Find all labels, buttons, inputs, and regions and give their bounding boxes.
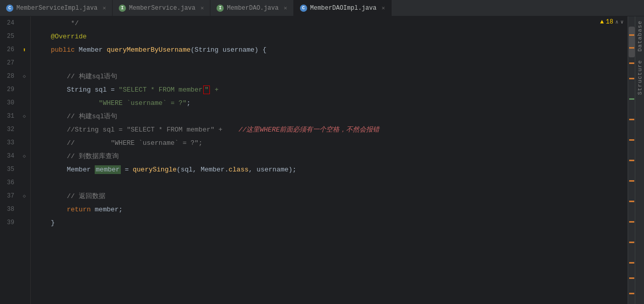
- line-num-38: 38: [0, 206, 18, 213]
- code-string-30: "WHERE `username` = ?": [99, 99, 187, 107]
- gutter-row-33: 33: [0, 136, 30, 149]
- tab-icon-impl-4: C: [300, 5, 307, 12]
- line-num-24: 24: [0, 19, 18, 27]
- fold-31: ◇: [23, 113, 26, 119]
- code-comment-37: // 返回数据: [35, 191, 105, 201]
- fold-37: ◇: [23, 193, 26, 199]
- gutter-row-27: 27: [0, 56, 30, 70]
- mark-bar-15: [629, 293, 634, 294]
- editor-container: ▲ 18 ∧ ∨ 24 25 26 ⬆ 27: [0, 16, 644, 304]
- tab-close-1[interactable]: ✕: [102, 5, 106, 11]
- warning-prev[interactable]: ∧: [615, 19, 618, 25]
- mark-bar-10: [629, 201, 634, 202]
- code-comment-red-32: //这里WHERE前面必须有一个空格，不然会报错: [239, 125, 380, 134]
- code-indent-38: [35, 206, 67, 213]
- gutter-row-38: 38: [0, 203, 30, 216]
- gutter-34: ◇: [18, 153, 30, 159]
- code-line-30: "WHERE `username` = ?" ;: [35, 96, 628, 110]
- code-param-type-26: String: [195, 46, 223, 54]
- tab-memberserviceimpl[interactable]: C MemberServiceImpl.java ✕: [0, 0, 113, 16]
- code-comment-34: // 到数据库查询: [35, 151, 119, 161]
- tab-memberdao[interactable]: I MemberDAO.java ✕: [210, 0, 293, 16]
- code-line-39: }: [35, 216, 628, 229]
- warning-next[interactable]: ∨: [620, 19, 624, 25]
- database-label[interactable]: Database: [637, 20, 643, 52]
- gutter-row-35: 35: [0, 163, 30, 176]
- code-annotation-25: @Override: [35, 33, 87, 40]
- code-line-32: //String sql = "SELECT * FROM member" + …: [35, 123, 628, 136]
- mark-bar-7: [629, 139, 634, 141]
- line-num-31: 31: [0, 113, 18, 120]
- code-area[interactable]: */ @Override public Member queryMemberBy…: [31, 16, 628, 304]
- tab-label-1: MemberServiceImpl.java: [16, 5, 97, 12]
- scrollbar-thumb[interactable]: [629, 27, 635, 57]
- line-numbers: 24 25 26 ⬆ 27 28 ◇: [0, 16, 31, 304]
- line-num-34: 34: [0, 153, 18, 160]
- mark-bar-13: [629, 262, 634, 264]
- fold-34: ◇: [23, 153, 26, 159]
- code-indent-35: [35, 166, 67, 173]
- tab-icon-impl-1: C: [6, 5, 13, 12]
- gutter-row-30: 30: [0, 96, 30, 110]
- code-line-24: */: [35, 16, 628, 30]
- code-member-type-26: Member: [79, 46, 107, 54]
- database-sidebar: Database Structure: [635, 16, 644, 304]
- tab-close-4[interactable]: ✕: [381, 5, 385, 11]
- line-num-27: 27: [0, 59, 18, 67]
- line-num-39: 39: [0, 219, 18, 226]
- mark-bar-3: [629, 62, 634, 64]
- line-num-30: 30: [0, 99, 18, 106]
- code-line-35: Member member = querySingle (sql, Member…: [35, 163, 628, 176]
- tab-close-2[interactable]: ✕: [201, 5, 204, 11]
- tab-memberservice[interactable]: I MemberService.java ✕: [113, 0, 210, 16]
- line-num-26: 26: [0, 46, 18, 53]
- warning-icon: ▲: [600, 18, 604, 26]
- gutter-row-31: 31 ◇: [0, 110, 30, 123]
- warning-count: 18: [606, 18, 613, 26]
- tab-memberdaoimpl[interactable]: C MemberDAOImpl.java ✕: [294, 0, 392, 16]
- tab-label-4: MemberDAOImpl.java: [310, 5, 377, 12]
- gutter-row-36: 36: [0, 176, 30, 189]
- tab-label-3: MemberDAO.java: [227, 5, 278, 12]
- code-public-26: public: [51, 46, 79, 54]
- gutter-37: ◇: [18, 193, 30, 199]
- code-return-var-38: member;: [95, 206, 123, 213]
- mark-bar-6: [629, 119, 634, 120]
- code-comment-33: // "WHERE `username` = ?";: [35, 139, 203, 147]
- gutter-row-37: 37 ◇: [0, 189, 30, 203]
- mark-bar-2: [629, 47, 634, 49]
- code-comment-31: // 构建sql语句: [35, 112, 117, 121]
- code-args-35: (sql,: [177, 166, 201, 173]
- warning-icon-26: ⬆: [23, 47, 26, 53]
- tab-close-3[interactable]: ✕: [284, 5, 287, 11]
- code-semi-30: ;: [186, 99, 190, 107]
- code-line-31: // 构建sql语句: [35, 110, 628, 123]
- line-num-28: 28: [0, 73, 18, 80]
- scrollbar-track: [628, 16, 635, 304]
- code-line-26: public Member queryMemberByUsername ( St…: [35, 43, 628, 56]
- code-dot-35: .: [225, 166, 229, 173]
- line-num-29: 29: [0, 86, 18, 93]
- tab-icon-interface-2: I: [119, 5, 126, 12]
- mark-bar-14: [629, 277, 634, 279]
- code-member-type-35: Member: [67, 166, 95, 173]
- code-string-type-29: String: [67, 86, 95, 94]
- code-varname-29: sql =: [95, 86, 119, 94]
- warning-badge: ▲ 18 ∧ ∨: [600, 18, 624, 26]
- code-class-35: class: [229, 166, 249, 173]
- structure-label[interactable]: Structure: [637, 60, 643, 95]
- code-paren2-26: ) {: [254, 46, 266, 54]
- right-scrollbar-panel[interactable]: [628, 16, 635, 304]
- code-paren-26: (: [190, 46, 195, 54]
- code-args2-35: , username);: [249, 166, 297, 173]
- line-num-25: 25: [0, 33, 18, 40]
- gutter-26: ⬆: [18, 47, 30, 53]
- code-method-35: querySingle: [133, 166, 177, 173]
- code-string1-29: "SELECT * FROM member: [119, 86, 203, 94]
- tab-icon-interface-3: I: [217, 5, 224, 12]
- tab-bar: C MemberServiceImpl.java ✕ I MemberServi…: [0, 0, 644, 16]
- code-comment-28: // 构建sql语句: [35, 72, 117, 81]
- code-line-36: [35, 176, 628, 189]
- code-brace-39: }: [35, 219, 55, 227]
- code-string-box-29: ": [203, 85, 210, 94]
